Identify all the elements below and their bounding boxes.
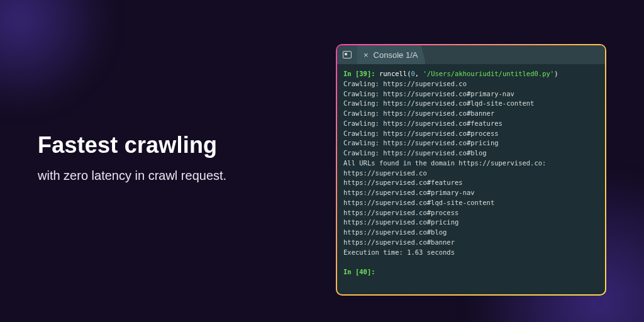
subheadline: with zero latency in crawl request. — [38, 169, 226, 183]
console-line: Crawling: https://supervised.co#primary-… — [343, 90, 514, 97]
headline: Fastest crawling — [38, 132, 226, 158]
marketing-copy: Fastest crawling with zero latency in cr… — [38, 132, 226, 183]
terminal-window: × Console 1/A In [39]: runcell(0, '/User… — [336, 44, 606, 296]
console-tab[interactable]: × Console 1/A — [357, 45, 426, 64]
console-line: Crawling: https://supervised.co#blog — [343, 149, 487, 157]
input-prompt-40: In [40]: — [343, 268, 379, 275]
background-glow-top-left — [0, 0, 113, 113]
console-line: https://supervised.co#banner — [343, 238, 455, 246]
console-line: https://supervised.co — [343, 169, 427, 177]
runcell-call: runcell(0, '/Users/akhouriudit/untitled0… — [379, 70, 558, 77]
console-line: Crawling: https://supervised.co — [343, 80, 467, 87]
console-line: https://supervised.co#lqd-site-content — [343, 199, 494, 206]
console-line: Crawling: https://supervised.co#features — [343, 119, 502, 127]
console-line: https://supervised.co#pricing — [343, 218, 458, 226]
console-line: All URLs found in the domain https://sup… — [343, 159, 546, 167]
console-line: https://supervised.co#features — [343, 179, 463, 186]
console-line: https://supervised.co#blog — [343, 228, 447, 236]
console-line: Execution time: 1.63 seconds — [343, 248, 455, 256]
console-line: Crawling: https://supervised.co#pricing — [343, 139, 499, 147]
console-line: Crawling: https://supervised.co#banner — [343, 109, 494, 117]
panel-layout-icon — [343, 51, 352, 58]
console-line: Crawling: https://supervised.co#process — [343, 130, 499, 137]
console-line: https://supervised.co#process — [343, 209, 458, 216]
panel-layout-button[interactable] — [337, 45, 357, 64]
console-output: In [39]: runcell(0, '/Users/akhouriudit/… — [337, 64, 605, 294]
console-tab-label: Console 1/A — [374, 50, 418, 60]
console-line: https://supervised.co#primary-nav — [343, 189, 475, 196]
console-line: Crawling: https://supervised.co#lqd-site… — [343, 99, 534, 107]
input-prompt-39: In [39]: — [343, 70, 379, 77]
terminal-titlebar: × Console 1/A — [337, 45, 605, 64]
close-icon[interactable]: × — [364, 51, 369, 59]
